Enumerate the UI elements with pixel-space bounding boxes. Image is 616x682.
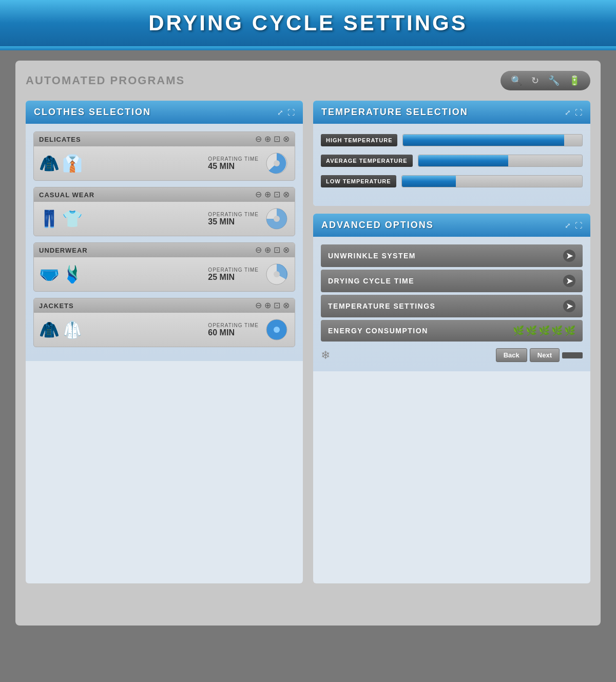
jackets-copy[interactable]: ⊡ [274,301,280,310]
casual-minus[interactable]: ⊖ [255,191,262,199]
jackets-close[interactable]: ⊗ [283,301,290,310]
clothes-item-underwear: UNDERWEAR ⊖ ⊕ ⊡ ⊗ 🩲 [33,242,295,292]
adv-section-title: ADVANCED OPTIONS [321,220,434,231]
delicates-copy[interactable]: ⊡ [274,135,280,143]
high-temp-bar-fill [403,135,564,146]
casual-copy[interactable]: ⊡ [274,191,280,199]
avg-temp-bar-container[interactable] [418,155,583,167]
page-title: DRYING CYCLE SETTINGS [148,11,468,35]
delicates-close[interactable]: ⊗ [283,135,290,143]
inner-panel: AUTOMATED PROGRAMS 🔍 ↻ 🔧 🔋 CLOTHES SELEC… [15,61,601,626]
main-content: AUTOMATED PROGRAMS 🔍 ↻ 🔧 🔋 CLOTHES SELEC… [0,50,616,682]
underwear-pie [264,261,290,287]
jackets-pie [264,317,290,343]
temp-section-title: TEMPERATURE SELECTION [321,107,468,118]
unwrinkle-option[interactable]: UNWRINKLE SYSTEM ➤ [321,244,583,267]
clothes-selection-panel: CLOTHES SELECTION ⤢ ⛶ DELICATES [26,101,303,583]
leaf-1: 🌿 [513,325,524,336]
underwear-name: UNDERWEAR [39,247,88,254]
top-bar: AUTOMATED PROGRAMS 🔍 ↻ 🔧 🔋 [26,71,590,90]
svg-point-3 [274,216,280,222]
avg-temp-bar-fill [418,155,509,166]
temp-section-body: HIGH TEMPERATURE AVERAGE TEMPERATURE [313,124,590,206]
drying-cycle-label: DRYING CYCLE TIME [328,277,414,285]
temp-settings-option[interactable]: TEMPERATURE SETTINGS ➤ [321,295,583,317]
panel-label: AUTOMATED PROGRAMS [26,74,185,87]
energy-leaves: 🌿 🌿 🌿 🌿 🌿 [513,325,575,336]
temp-section-icons: ⤢ ⛶ [565,108,582,117]
back-button[interactable]: Back [496,348,527,362]
nav-indicator [562,352,583,358]
casual-time-value: 35 MIN [208,217,259,226]
leaf-3: 🌿 [538,325,550,336]
jacket1-icon: 🧥 [39,320,60,339]
delicates-pie [264,150,290,176]
delicates-icons: 🧥 👔 [39,154,83,173]
temp-row-low: LOW TEMPERATURE [321,175,583,187]
temp-fullscreen-icon[interactable]: ⛶ [575,108,582,117]
high-temp-bar-container[interactable] [402,134,583,146]
temp-expand-icon[interactable]: ⤢ [565,108,571,117]
icon-toolbar: 🔍 ↻ 🔧 🔋 [500,71,590,90]
high-temp-label[interactable]: HIGH TEMPERATURE [321,134,397,146]
underwear-plus[interactable]: ⊕ [264,246,271,254]
jackets-time-value: 60 MIN [208,328,259,337]
delicates-body: 🧥 👔 OPERATING TIME 45 MIN [34,146,295,180]
delicates-minus[interactable]: ⊖ [255,135,262,143]
leaf-2: 🌿 [526,325,537,336]
casual-name: CASUAL WEAR [39,191,94,199]
energy-consumption-option[interactable]: ENERGY CONSUMPTION 🌿 🌿 🌿 🌿 🌿 [321,320,583,342]
leaf-4: 🌿 [551,325,563,336]
underwear-controls: ⊖ ⊕ ⊡ ⊗ [255,246,290,254]
avg-temp-label[interactable]: AVERAGE TEMPERATURE [321,155,413,167]
shorts-icon: 🩲 [39,264,60,284]
clothes-fullscreen-icon[interactable]: ⛶ [287,108,295,117]
search-icon[interactable]: 🔍 [511,75,522,86]
jacket2-icon: 🥼 [62,320,83,339]
next-button[interactable]: Next [530,348,560,362]
drying-cycle-arrow: ➤ [563,275,575,287]
casual-close[interactable]: ⊗ [283,191,290,199]
delicates-controls: ⊖ ⊕ ⊡ ⊗ [255,135,290,143]
battery-icon[interactable]: 🔋 [569,75,580,86]
drying-cycle-option[interactable]: DRYING CYCLE TIME ➤ [321,270,583,292]
underwear-body: 🩲 🩱 OPERATING TIME 25 MIN [34,257,295,291]
advanced-options-panel: ADVANCED OPTIONS ⤢ ⛶ UNWRINKLE SYSTEM ➤ … [313,214,590,583]
temp-settings-label: TEMPERATURE SETTINGS [328,302,435,310]
adv-fullscreen-icon[interactable]: ⛶ [575,221,582,230]
shirt-icon: 👔 [62,154,83,173]
nav-row: ❄ Back Next [316,344,588,366]
casual-plus[interactable]: ⊕ [264,191,271,199]
underwear-time-label: OPERATING TIME [208,267,259,273]
jackets-name: JACKETS [39,302,74,310]
clothes-item-jackets: JACKETS ⊖ ⊕ ⊡ ⊗ 🧥 [33,298,295,347]
wrench-icon[interactable]: 🔧 [548,75,560,86]
jackets-minus[interactable]: ⊖ [255,301,262,310]
delicates-plus[interactable]: ⊕ [264,135,271,143]
underwear-copy[interactable]: ⊡ [274,246,280,254]
header: DRYING CYCLE SETTINGS [0,0,616,46]
unwrinkle-label: UNWRINKLE SYSTEM [328,252,416,260]
clothes-section-icons: ⤢ ⛶ [277,108,295,117]
clothes-item-delicates: DELICATES ⊖ ⊕ ⊡ ⊗ 🧥 [33,131,295,181]
casual-body: 👖 👕 OPERATING TIME 35 MIN [34,202,295,236]
refresh-icon[interactable]: ↻ [531,75,539,86]
tshirt-icon: 👕 [62,209,83,229]
casual-time-label: OPERATING TIME [208,212,259,217]
clothes-expand-icon[interactable]: ⤢ [277,108,283,117]
undershirt-icon: 🩱 [62,264,83,284]
suit-icon: 🧥 [39,154,60,173]
adv-expand-icon[interactable]: ⤢ [565,221,571,230]
temp-section-header: TEMPERATURE SELECTION ⤢ ⛶ [313,101,590,124]
svg-point-1 [274,160,280,166]
low-temp-label[interactable]: LOW TEMPERATURE [321,175,396,187]
svg-point-5 [274,271,280,277]
right-column: TEMPERATURE SELECTION ⤢ ⛶ HIGH TEMPERATU… [313,101,590,583]
clothes-section-title: CLOTHES SELECTION [34,107,151,118]
underwear-minus[interactable]: ⊖ [255,246,262,254]
casual-icons: 👖 👕 [39,209,83,229]
underwear-close[interactable]: ⊗ [283,246,290,254]
low-temp-bar-container[interactable] [401,175,583,187]
casual-controls: ⊖ ⊕ ⊡ ⊗ [255,191,290,199]
jackets-plus[interactable]: ⊕ [264,301,271,310]
